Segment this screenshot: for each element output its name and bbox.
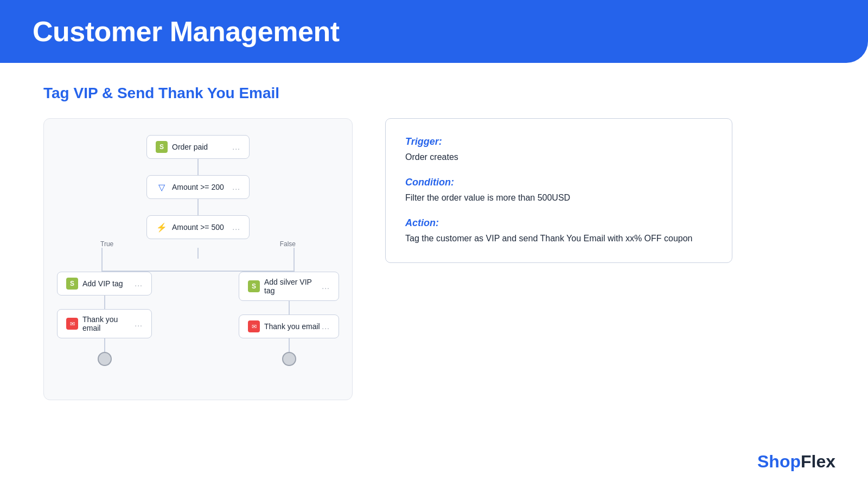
- node-amount-500-menu[interactable]: ...: [232, 223, 240, 232]
- action-text: Tag the customer as VIP and send Thank Y…: [405, 232, 712, 245]
- node-thank-email-left-menu[interactable]: ...: [135, 319, 143, 328]
- shopify-icon-2: S: [66, 278, 78, 290]
- node-add-silver-label: Add silver VIP tag: [264, 278, 322, 295]
- node-add-vip-label: Add VIP tag: [82, 279, 123, 288]
- main-content: Tag VIP & Send Thank You Email S Order p…: [0, 63, 868, 422]
- trigger-label: Trigger:: [405, 136, 712, 147]
- node-thank-you-email-left[interactable]: ✉ Thank you email ...: [57, 309, 152, 338]
- trigger-text: Order creates: [405, 151, 712, 164]
- branch-left: S Add VIP tag ... ✉ Thank you email ...: [57, 272, 152, 366]
- node-thank-you-email-right[interactable]: ✉ Thank you email ...: [239, 314, 339, 338]
- branches-row: S Add VIP tag ... ✉ Thank you email ...: [57, 272, 339, 366]
- condition-icon: ⚡: [156, 221, 168, 233]
- branch-arm-right: [198, 248, 295, 272]
- node-amount-500[interactable]: ⚡ Amount >= 500 ...: [146, 215, 250, 239]
- node-thank-email-left-label: Thank you email: [82, 315, 135, 332]
- branch-right: S Add silver VIP tag ... ✉ Thank you ema…: [239, 272, 339, 366]
- condition-text: Filter the order value is more than 500U…: [405, 191, 712, 204]
- filter-icon: ▽: [156, 181, 168, 193]
- node-add-vip-tag[interactable]: S Add VIP tag ...: [57, 272, 152, 296]
- node-amount-200-menu[interactable]: ...: [232, 183, 240, 191]
- content-row: S Order paid ... ▽ Amount >= 200 ...: [43, 118, 825, 400]
- node-order-paid[interactable]: S Order paid ...: [146, 135, 250, 159]
- flow-top-area: S Order paid ... ▽ Amount >= 200 ...: [66, 135, 330, 366]
- email-icon-right: ✉: [248, 320, 260, 332]
- node-add-silver-vip-tag[interactable]: S Add silver VIP tag ...: [239, 272, 339, 301]
- shopify-icon-3: S: [248, 280, 260, 292]
- node-amount-500-label: Amount >= 500: [172, 223, 224, 232]
- end-circle-right: [282, 352, 296, 366]
- end-circle-left: [98, 352, 112, 366]
- branch-lines: [95, 248, 301, 272]
- node-thank-email-right-menu[interactable]: ...: [322, 322, 330, 331]
- action-label: Action:: [405, 217, 712, 229]
- connector-2: [197, 199, 199, 215]
- info-panel: Trigger: Order creates Condition: Filter…: [385, 118, 732, 263]
- center-line: [197, 248, 199, 259]
- connector-1: [197, 159, 199, 175]
- true-false-labels: True False: [95, 240, 301, 248]
- shopify-icon: S: [156, 141, 168, 153]
- false-label: False: [280, 240, 296, 248]
- true-label: True: [100, 240, 113, 248]
- shopflex-branding: ShopFlex: [757, 452, 835, 472]
- node-thank-email-right-label: Thank you email: [264, 322, 320, 331]
- node-amount-200[interactable]: ▽ Amount >= 200 ...: [146, 175, 250, 199]
- flow-diagram: S Order paid ... ▽ Amount >= 200 ...: [43, 118, 353, 400]
- brand-shop: Shop: [757, 452, 801, 471]
- node-add-silver-menu[interactable]: ...: [322, 282, 330, 291]
- node-order-paid-menu[interactable]: ...: [232, 143, 240, 151]
- node-add-vip-menu[interactable]: ...: [135, 279, 143, 288]
- section-title: Tag VIP & Send Thank You Email: [43, 85, 825, 102]
- node-order-paid-label: Order paid: [172, 143, 208, 151]
- brand-flex: Flex: [801, 452, 835, 471]
- page-header: Customer Management: [0, 0, 868, 63]
- page-title: Customer Management: [33, 15, 835, 48]
- branch-arm-left: [101, 248, 198, 272]
- condition-label: Condition:: [405, 177, 712, 188]
- email-icon-left: ✉: [66, 318, 78, 330]
- node-amount-200-label: Amount >= 200: [172, 183, 224, 191]
